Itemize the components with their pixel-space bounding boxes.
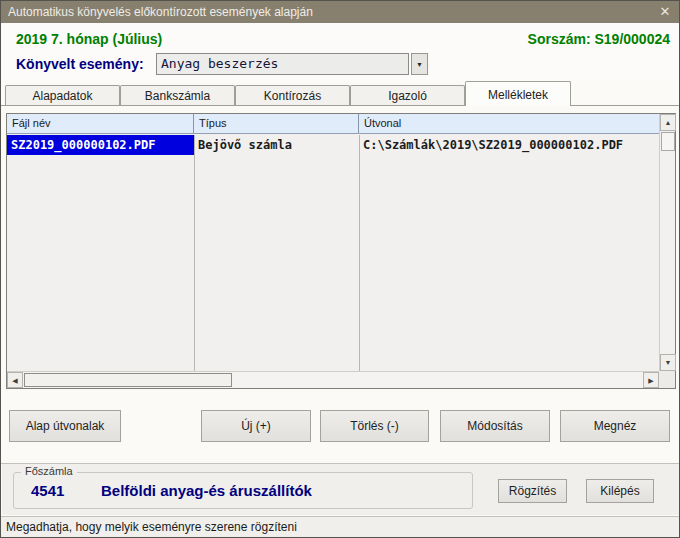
scroll-down-icon[interactable]: ▼ (660, 354, 676, 371)
tab-mellekletek[interactable]: Mellékletek (465, 81, 571, 106)
window-title: Automatikus könyvelés előkontírozott ese… (8, 5, 313, 19)
attachments-table: Fájl név Típus Útvonal SZ2019_000000102.… (6, 113, 676, 389)
record-button[interactable]: Rögzítés (498, 479, 567, 503)
column-header-path[interactable]: Útvonal (359, 114, 659, 133)
serial-number-label: Sorszám: S19/000024 (528, 31, 670, 47)
horizontal-scrollbar[interactable]: ◀ ▶ (7, 371, 659, 388)
booked-event-combobox[interactable]: Anyag beszerzés ▼ (156, 53, 428, 75)
table-row[interactable]: SZ2019_000000102.PDF Bejövő számla C:\Sz… (7, 135, 659, 155)
status-bar: Megadhatja, hogy melyik eseményre szeren… (1, 516, 680, 538)
chevron-down-icon[interactable]: ▼ (411, 53, 428, 75)
account-name: Belföldi anyag-és áruszállítók (101, 482, 312, 499)
account-number: 4541 (31, 482, 64, 499)
scroll-right-icon[interactable]: ▶ (643, 372, 659, 388)
vertical-scroll-thumb[interactable] (661, 132, 675, 151)
tab-alapadatok[interactable]: Alapadatok (5, 85, 120, 106)
close-icon[interactable]: ✕ (651, 1, 679, 23)
booked-event-label: Könyvelt esemény: (16, 56, 144, 72)
main-account-group-label: Főszámla (21, 465, 77, 477)
table-header-row: Fájl név Típus Útvonal (7, 114, 659, 134)
exit-button[interactable]: Kilépés (586, 479, 654, 503)
tab-kontirozas[interactable]: Kontírozás (235, 85, 350, 106)
modify-button[interactable]: Módosítás (440, 410, 550, 442)
view-button[interactable]: Megnéz (560, 410, 670, 442)
column-separator (359, 135, 360, 371)
new-button[interactable]: Új (+) (201, 410, 311, 442)
dialog-window: Automatikus könyvelés előkontírozott ese… (0, 0, 680, 538)
column-header-type[interactable]: Típus (194, 114, 359, 133)
horizontal-scroll-thumb[interactable] (24, 373, 232, 387)
delete-button[interactable]: Törlés (-) (320, 410, 429, 442)
tab-igazolo[interactable]: Igazoló (350, 85, 465, 106)
title-bar[interactable]: Automatikus könyvelés előkontírozott ese… (1, 1, 679, 23)
period-label: 2019 7. hónap (Július) (16, 31, 162, 47)
header-area: 2019 7. hónap (Július) Sorszám: S19/0000… (2, 23, 680, 81)
tab-bankszamla[interactable]: Bankszámla (120, 85, 235, 106)
booked-event-value[interactable]: Anyag beszerzés (156, 53, 409, 75)
tab-panel-border (1, 105, 680, 106)
status-text: Megadhatja, hogy melyik eseményre szeren… (6, 520, 297, 534)
column-header-filename[interactable]: Fájl név (7, 114, 194, 133)
cell-filename[interactable]: SZ2019_000000102.PDF (7, 135, 194, 155)
scrollbar-corner (659, 371, 675, 388)
default-paths-button[interactable]: Alap útvonalak (9, 410, 121, 442)
column-separator (194, 135, 195, 371)
cell-type[interactable]: Bejövő számla (194, 135, 359, 155)
scroll-left-icon[interactable]: ◀ (7, 372, 23, 388)
footer-area: Főszámla 4541 Belföldi anyag-és áruszáll… (2, 464, 680, 515)
vertical-scrollbar[interactable]: ▲ ▼ (659, 114, 675, 371)
cell-path[interactable]: C:\Számlák\2019\SZ2019_000000102.PDF (359, 135, 659, 155)
scroll-up-icon[interactable]: ▲ (660, 114, 676, 131)
